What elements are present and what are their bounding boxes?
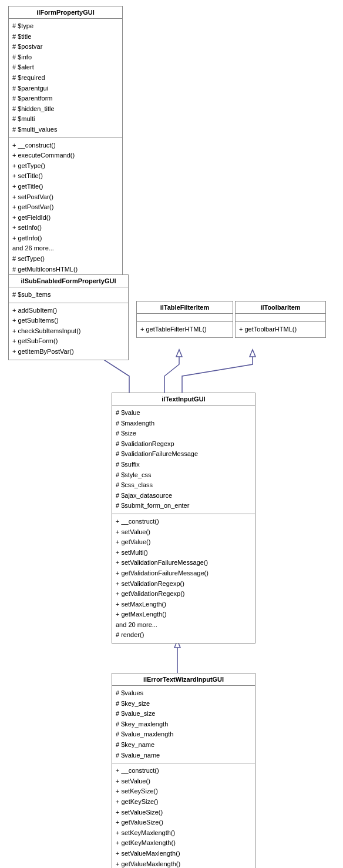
il-table-filter-item-box: ilTableFilterItem + getTableFilterHTML() — [136, 301, 233, 338]
svg-marker-2 — [176, 350, 182, 357]
il-text-input-gui-attributes: # $value # $maxlength # $size # $validat… — [112, 405, 255, 514]
il-toolbar-item-attributes — [236, 314, 325, 322]
il-sub-enabled-form-property-gui-methods: + addSubItem() + getSubItems() + checkSu… — [9, 303, 128, 360]
il-form-property-gui-methods: + __construct() + executeCommand() + get… — [9, 138, 122, 277]
il-form-property-gui-title: ilFormPropertyGUI — [9, 6, 122, 19]
diagram-container: ilFormPropertyGUI # $type # $title # $po… — [0, 0, 343, 868]
il-form-property-gui-attributes: # $type # $title # $postvar # $info # $a… — [9, 19, 122, 138]
il-sub-enabled-form-property-gui-title: ilSubEnabledFormPropertyGUI — [9, 275, 128, 287]
il-toolbar-item-box: ilToolbarItem + getToolbarHTML() — [235, 301, 326, 338]
il-error-text-wizard-input-gui-title: ilErrorTextWizardInputGUI — [112, 673, 255, 686]
il-sub-enabled-form-property-gui-box: ilSubEnabledFormPropertyGUI # $sub_items… — [8, 274, 129, 360]
il-form-property-gui-box: ilFormPropertyGUI # $type # $title # $po… — [8, 6, 123, 277]
il-text-input-gui-methods: + __construct() + setValue() + getValue(… — [112, 514, 255, 643]
svg-marker-3 — [250, 350, 255, 357]
il-error-text-wizard-input-gui-attributes: # $values # $key_size # $value_size # $k… — [112, 686, 255, 763]
il-error-text-wizard-input-gui-methods: + __construct() + setValue() + setKeySiz… — [112, 763, 255, 868]
il-table-filter-item-title: ilTableFilterItem — [137, 301, 233, 314]
il-text-input-gui-box: ilTextInputGUI # $value # $maxlength # $… — [112, 393, 255, 644]
il-toolbar-item-title: ilToolbarItem — [236, 301, 325, 314]
il-error-text-wizard-input-gui-box: ilErrorTextWizardInputGUI # $values # $k… — [112, 673, 255, 868]
il-table-filter-item-methods: + getTableFilterHTML() — [137, 322, 233, 337]
il-text-input-gui-title: ilTextInputGUI — [112, 393, 255, 405]
il-toolbar-item-methods: + getToolbarHTML() — [236, 322, 325, 337]
il-table-filter-item-attributes — [137, 314, 233, 322]
il-sub-enabled-form-property-gui-attributes: # $sub_items — [9, 287, 128, 303]
